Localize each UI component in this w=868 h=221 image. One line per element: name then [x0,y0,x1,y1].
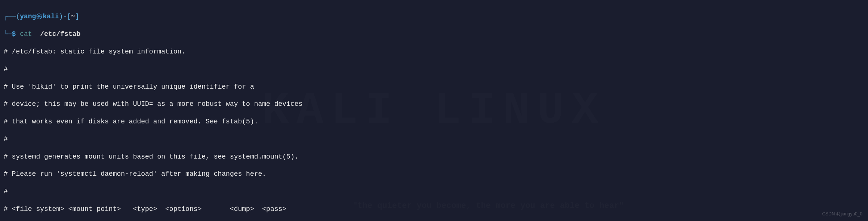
prompt-line-1: ┌──(yang㉿kali)-[~] [4,12,864,21]
command-name: cat [20,30,32,38]
output-line: # [4,65,864,74]
prompt-line2-prefix: └─ [4,30,12,38]
command-arg: /etc/fstab [40,30,80,38]
output-line: # that works even if disks are added and… [4,117,864,126]
prompt-dollar: $ [12,30,16,38]
prompt-host: kali [43,13,59,20]
output-line: # systemd generates mount units based on… [4,153,864,161]
output-line: # [4,187,864,196]
output-line: # device; this may be used with UUID= as… [4,100,864,108]
output-line: # [4,135,864,144]
prompt-dash: - [63,13,67,20]
prompt-path: ~ [71,13,75,20]
csdn-watermark: CSDN @jiangyu0_0 [822,211,862,217]
prompt-circle-icon: ㉿ [36,13,43,20]
prompt-user: yang [20,13,36,20]
output-line: # <file system> <mount point> <type> <op… [4,205,864,214]
prompt-close-paren: ) [59,13,63,20]
prompt-path-open: [ [67,13,71,20]
output-line: # Please run 'systemctl daemon-reload' a… [4,170,864,178]
prompt-line-2: └─$ cat /etc/fstab [4,30,864,39]
output-line: # Use 'blkid' to print the universally u… [4,83,864,91]
output-line: # /etc/fstab: static file system informa… [4,47,864,56]
prompt-box-left: ┌──( [4,13,20,20]
prompt-path-close: ] [75,13,79,20]
terminal-output[interactable]: ┌──(yang㉿kali)-[~] └─$ cat /etc/fstab # … [4,4,864,221]
